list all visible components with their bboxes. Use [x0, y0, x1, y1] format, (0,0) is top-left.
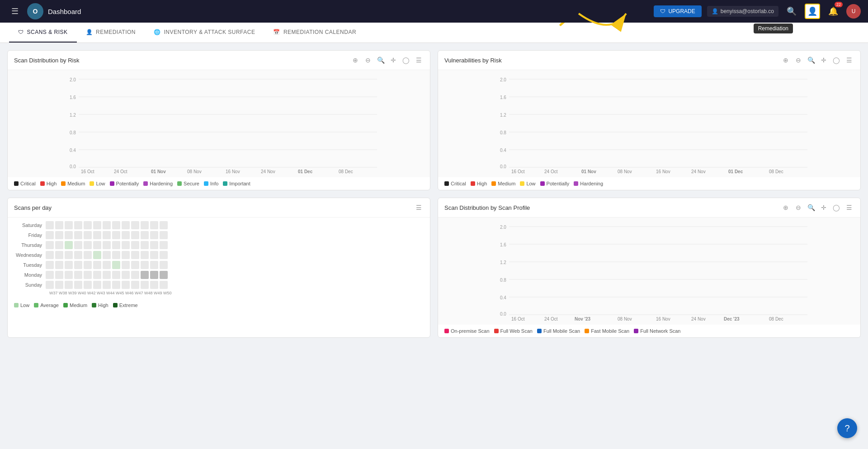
svg-text:0.0: 0.0: [500, 164, 506, 169]
profile-reset-button[interactable]: ◯: [831, 203, 841, 213]
heatmap-legend-average: Average: [34, 302, 59, 308]
vuln-zoom-in-button[interactable]: ⊕: [781, 55, 791, 65]
heatmap-cell: [150, 231, 158, 239]
svg-text:2.0: 2.0: [500, 225, 506, 230]
profile-move-button[interactable]: ✛: [819, 203, 829, 213]
heatmap-row-wednesday: Wednesday: [14, 251, 424, 259]
heatmap-cell: [122, 261, 130, 269]
profile-menu-button[interactable]: ☰: [844, 203, 854, 213]
vuln-zoom-fit-button[interactable]: 🔍: [806, 55, 816, 65]
heatmap-cell: [160, 251, 168, 259]
zoom-in-button[interactable]: ⊕: [350, 55, 360, 65]
vuln-menu-button[interactable]: ☰: [844, 55, 854, 65]
calendar-tab-icon: 📅: [273, 29, 280, 35]
tabs-nav: 🛡 SCANS & RISK 👤 REMEDIATION 🌐 INVENTORY…: [0, 23, 868, 43]
heatmap-cell: [150, 221, 158, 229]
vuln-reset-button[interactable]: ◯: [831, 55, 841, 65]
heatmap-cell: [93, 271, 101, 279]
svg-text:Dec '23: Dec '23: [724, 317, 740, 321]
heatmap-cell: [65, 241, 73, 249]
svg-text:1.6: 1.6: [500, 242, 506, 247]
profile-zoom-out-button[interactable]: ⊖: [793, 203, 803, 213]
svg-text:24 Oct: 24 Oct: [114, 169, 127, 174]
heatmap-cell: [65, 271, 73, 279]
heatmap-cell: [103, 221, 111, 229]
profile-legend-onpremise: On-premise Scan: [444, 328, 490, 334]
heatmap-cell: [141, 281, 149, 289]
profile-legend-fullnetwork: Full Network Scan: [634, 328, 680, 334]
scan-distribution-risk-legend: Critical High Medium Low Potentially Har…: [8, 177, 430, 190]
notifications-button[interactable]: 🔔 22: [826, 4, 841, 19]
heatmap-cell: [112, 241, 120, 249]
vuln-legend-potentially: Potentially: [540, 181, 570, 186]
heatmap-cell: [74, 281, 82, 289]
vuln-legend-medium: Medium: [491, 181, 515, 186]
person-tab-icon: 👤: [86, 29, 93, 35]
heatmap-cell: [65, 261, 73, 269]
reset-button[interactable]: ◯: [401, 55, 411, 65]
heatmap-cell: [65, 251, 73, 259]
heatmap-cell: [46, 221, 54, 229]
heatmap-cell: [93, 241, 101, 249]
tab-inventory[interactable]: 🌐 INVENTORY & ATTACK SURFACE: [145, 23, 264, 43]
heatmap-cell: [122, 271, 130, 279]
heatmap-cell: [46, 261, 54, 269]
scans-per-day-legend: Low Average Medium High Extreme: [8, 299, 430, 312]
vuln-legend-hardening: Hardening: [574, 181, 603, 186]
globe-tab-icon: 🌐: [154, 29, 161, 35]
heatmap-menu-button[interactable]: ☰: [414, 203, 424, 213]
vulnerabilities-risk-chart: 2.0 1.6 1.2 0.8 0.4 0.0 16 Oct 24 Oct 01…: [438, 70, 860, 177]
tab-remediation-calendar[interactable]: 📅 REMEDIATION CALENDAR: [264, 23, 365, 43]
search-button[interactable]: 🔍: [784, 4, 799, 19]
heatmap-cell: [84, 221, 92, 229]
heatmap-cell: [160, 241, 168, 249]
profile-legend-fastmobile: Fast Mobile Scan: [585, 328, 629, 334]
svg-text:1.2: 1.2: [500, 113, 506, 118]
heatmap-cell: [46, 241, 54, 249]
zoom-fit-button[interactable]: 🔍: [376, 55, 386, 65]
avatar[interactable]: U: [846, 4, 861, 19]
heatmap-cell: [103, 251, 111, 259]
heatmap-cell: [84, 271, 92, 279]
heatmap-cell: [112, 281, 120, 289]
heatmap-cell: [150, 271, 158, 279]
heatmap-cell: [46, 231, 54, 239]
legend-medium: Medium: [61, 181, 85, 186]
menu-button[interactable]: ☰: [414, 55, 424, 65]
tab-remediation[interactable]: 👤 REMEDIATION: [77, 23, 145, 43]
svg-text:0.8: 0.8: [500, 278, 506, 283]
vuln-legend-high: High: [471, 181, 487, 186]
svg-text:08 Dec: 08 Dec: [769, 317, 783, 321]
upgrade-button[interactable]: 🛡 UPGRADE: [654, 5, 701, 17]
vuln-legend-low: Low: [520, 181, 535, 186]
profile-zoom-fit-button[interactable]: 🔍: [806, 203, 816, 213]
scans-per-day-heatmap: Saturday F: [8, 217, 430, 299]
heatmap-cell: [65, 231, 73, 239]
scan-distribution-risk-header: Scan Distribution by Risk ⊕ ⊖ 🔍 ✛ ◯ ☰: [8, 51, 430, 70]
svg-text:24 Nov: 24 Nov: [691, 317, 706, 321]
heatmap-cell: [141, 271, 149, 279]
heatmap-cell: [74, 261, 82, 269]
bell-icon: 🔔: [828, 6, 838, 16]
user-info[interactable]: 👤 benyissa@ostorlab.co: [707, 6, 778, 17]
vulnerabilities-risk-controls: ⊕ ⊖ 🔍 ✛ ◯ ☰: [781, 55, 854, 65]
scans-per-day-header: Scans per day ☰: [8, 198, 430, 217]
hamburger-menu-button[interactable]: ☰: [7, 4, 23, 19]
wednesday-cells: [46, 251, 168, 259]
zoom-out-button[interactable]: ⊖: [363, 55, 373, 65]
svg-text:16 Nov: 16 Nov: [226, 169, 240, 174]
heatmap-cell: [150, 261, 158, 269]
shield-tab-icon: 🛡: [18, 29, 24, 35]
tab-scans-risk[interactable]: 🛡 SCANS & RISK: [9, 23, 77, 43]
legend-secure: Secure: [177, 181, 199, 186]
remediation-button[interactable]: 👤: [805, 4, 820, 19]
notification-badge: 22: [835, 2, 843, 7]
vuln-zoom-out-button[interactable]: ⊖: [793, 55, 803, 65]
vuln-move-button[interactable]: ✛: [819, 55, 829, 65]
heatmap-cell: [131, 261, 139, 269]
heatmap-cell: [160, 261, 168, 269]
heatmap-cell: [46, 271, 54, 279]
heatmap-cell: [74, 241, 82, 249]
profile-zoom-in-button[interactable]: ⊕: [781, 203, 791, 213]
move-button[interactable]: ✛: [388, 55, 398, 65]
